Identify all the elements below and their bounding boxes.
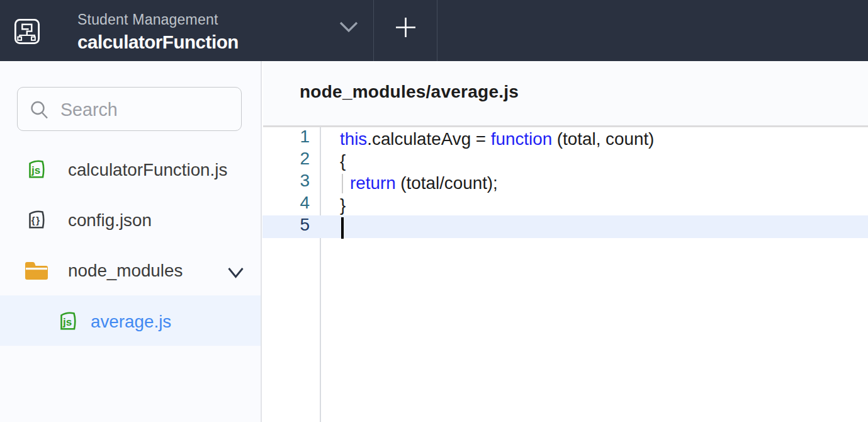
svg-text:js: js <box>31 164 40 176</box>
svg-text:js: js <box>62 316 72 328</box>
svg-text:{}: {} <box>31 215 41 225</box>
